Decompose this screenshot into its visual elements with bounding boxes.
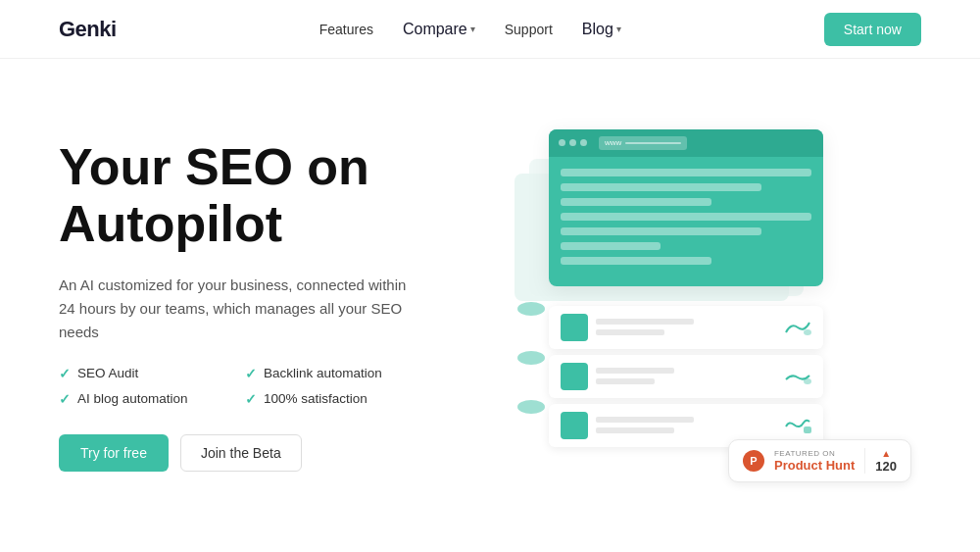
browser-bar: www bbox=[549, 129, 823, 157]
card-line-1a bbox=[596, 319, 694, 325]
browser-content-line-2 bbox=[561, 183, 761, 191]
url-line bbox=[625, 142, 681, 144]
producthunt-text: FEATURED ON Product Hunt bbox=[774, 449, 855, 473]
check-icon-3: ✓ bbox=[59, 391, 71, 407]
logo[interactable]: Genki bbox=[59, 17, 117, 42]
features-grid: ✓ SEO Audit ✓ Backlink automation ✓ AI b… bbox=[59, 366, 412, 407]
feature-seo-audit: ✓ SEO Audit bbox=[59, 366, 225, 381]
card-line-3a bbox=[596, 417, 694, 423]
producthunt-number: 120 bbox=[875, 459, 897, 474]
browser-content-line-4 bbox=[561, 213, 811, 221]
browser-mockup: www bbox=[549, 129, 823, 286]
nav-support[interactable]: Support bbox=[505, 22, 553, 37]
hero-title: Your SEO on Autopilot bbox=[59, 139, 412, 251]
hero-illustration: www bbox=[510, 110, 921, 502]
nav-features[interactable]: Features bbox=[319, 22, 373, 37]
squiggle-icon-3 bbox=[784, 417, 811, 434]
producthunt-featured-label: FEATURED ON bbox=[774, 449, 855, 458]
svg-point-0 bbox=[804, 329, 811, 335]
card-row-1 bbox=[549, 306, 823, 349]
nav-blog[interactable]: Blog ▾ bbox=[582, 21, 621, 38]
nav-compare[interactable]: Compare ▾ bbox=[403, 21, 475, 38]
feature-backlink: ✓ Backlink automation bbox=[245, 366, 412, 381]
compare-chevron-icon: ▾ bbox=[470, 24, 475, 34]
browser-body bbox=[549, 157, 823, 283]
svg-point-1 bbox=[804, 378, 811, 384]
browser-content-line-5 bbox=[561, 227, 761, 235]
card-lines-3 bbox=[596, 417, 694, 433]
card-line-3b bbox=[596, 427, 674, 433]
hero-section: Your SEO on Autopilot An AI customized f… bbox=[0, 59, 980, 552]
url-text: www bbox=[605, 138, 621, 147]
card-line-2a bbox=[596, 368, 674, 374]
dot-3 bbox=[580, 139, 587, 146]
producthunt-logo: P bbox=[743, 450, 764, 472]
hero-description: An AI customized for your business, conn… bbox=[59, 274, 412, 344]
producthunt-badge[interactable]: P FEATURED ON Product Hunt ▲ 120 bbox=[728, 439, 911, 482]
browser-dots bbox=[559, 139, 587, 146]
join-beta-button[interactable]: Join the Beta bbox=[180, 434, 302, 472]
card-thumb-2 bbox=[561, 363, 588, 390]
card-thumb-1 bbox=[561, 314, 588, 341]
card-thumb-3 bbox=[561, 412, 588, 439]
deco-oval-1 bbox=[517, 302, 545, 316]
browser-content-line-7 bbox=[561, 257, 711, 265]
feature-satisfaction: ✓ 100% satisfaction bbox=[245, 391, 412, 407]
blog-chevron-icon: ▾ bbox=[616, 24, 621, 34]
svg-rect-2 bbox=[804, 427, 811, 433]
hero-buttons: Try for free Join the Beta bbox=[59, 434, 412, 472]
browser-content-line-1 bbox=[561, 169, 811, 176]
dot-1 bbox=[559, 139, 565, 146]
browser-url-bar: www bbox=[599, 136, 687, 150]
start-now-button[interactable]: Start now bbox=[824, 13, 921, 46]
producthunt-name: Product Hunt bbox=[774, 458, 855, 473]
squiggle-icon-1 bbox=[784, 319, 811, 336]
try-free-button[interactable]: Try for free bbox=[59, 434, 169, 472]
deco-oval-3 bbox=[517, 400, 545, 414]
card-line-2b bbox=[596, 378, 655, 384]
check-icon-2: ✓ bbox=[245, 366, 257, 381]
squiggle-icon-2 bbox=[784, 368, 811, 385]
card-line-1b bbox=[596, 329, 664, 335]
hero-content: Your SEO on Autopilot An AI customized f… bbox=[59, 139, 412, 471]
navbar: Genki Features Compare ▾ Support Blog ▾ … bbox=[0, 0, 980, 59]
deco-oval-2 bbox=[517, 351, 545, 365]
feature-ai-blog: ✓ AI blog automation bbox=[59, 391, 225, 407]
producthunt-arrow-icon: ▲ bbox=[881, 448, 891, 459]
card-lines-2 bbox=[596, 368, 674, 384]
check-icon-1: ✓ bbox=[59, 366, 71, 381]
check-icon-4: ✓ bbox=[245, 391, 257, 407]
dot-2 bbox=[569, 139, 576, 146]
producthunt-score: ▲ 120 bbox=[864, 448, 897, 474]
nav-links: Features Compare ▾ Support Blog ▾ bbox=[319, 21, 621, 38]
browser-content-line-3 bbox=[561, 198, 711, 206]
card-lines-1 bbox=[596, 319, 694, 335]
card-row-2 bbox=[549, 355, 823, 398]
browser-content-line-6 bbox=[561, 242, 661, 250]
